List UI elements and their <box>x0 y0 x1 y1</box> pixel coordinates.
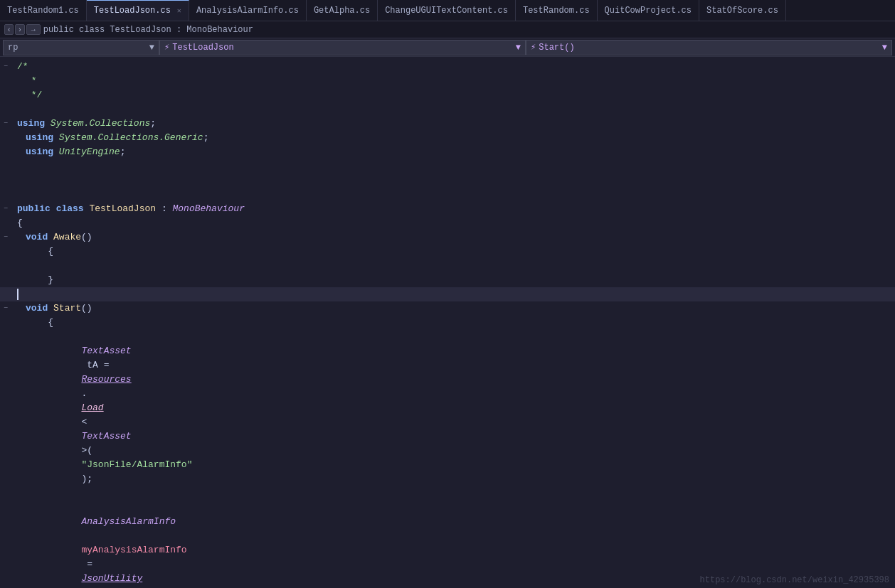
breadcrumb: public class TestLoadJson : MonoBehaviou… <box>43 25 253 35</box>
tab-testloadjson[interactable]: TestLoadJson.cs ✕ <box>87 0 189 21</box>
tab-statofscore[interactable]: StatOfScore.cs <box>699 0 786 21</box>
tab-label: QuitCowProject.cs <box>605 6 692 16</box>
collapse-icon-13[interactable]: − <box>0 230 11 245</box>
code-line-9 <box>0 173 895 188</box>
code-line-13: − void Awake() <box>0 230 895 245</box>
code-line-7: using UnityEngine; <box>0 145 895 159</box>
code-line-10 <box>0 188 895 202</box>
type-bar: rp ▼ ⚡ TestLoadJson ▼ ⚡ Start() ▼ <box>0 38 895 57</box>
type-selector-mid[interactable]: ⚡ TestLoadJson ▼ <box>159 40 526 55</box>
code-line-6: using System.Collections.Generic; <box>0 131 895 145</box>
tab-label: TestLoadJson.cs <box>94 6 171 16</box>
watermark: https://blog.csdn.net/weixin_42935398 <box>700 575 889 585</box>
tab-label: GetAlpha.cs <box>314 6 370 16</box>
code-content: − /* * */ − using System.Collections; <box>0 57 895 588</box>
collapse-icon-18[interactable]: − <box>0 301 11 316</box>
collapse-icon-11[interactable]: − <box>0 202 11 216</box>
tab-label: AnalysisAlarmInfo.cs <box>196 6 299 16</box>
tab-quitcow[interactable]: QuitCowProject.cs <box>598 0 699 21</box>
chevron-down-icon-mid: ▼ <box>516 43 521 53</box>
chevron-down-icon: ▼ <box>149 43 154 53</box>
code-line-8 <box>0 159 895 173</box>
code-line-11: − public class TestLoadJson : MonoBehavi… <box>0 202 895 216</box>
collapse-icon-5[interactable]: − <box>0 117 11 131</box>
code-line-15 <box>0 259 895 273</box>
code-line-5: − using System.Collections; <box>0 117 895 131</box>
type-label-mid: TestLoadJson <box>172 43 233 53</box>
code-line-3: */ <box>0 88 895 102</box>
code-line-20: TextAsset tA = Resources . Load < TextAs… <box>0 330 895 501</box>
collapse-icon-1[interactable]: − <box>0 60 11 74</box>
code-line-18: − void Start() <box>0 301 895 316</box>
tab-label: StatOfScore.cs <box>706 6 778 16</box>
type-label-right: Start() <box>539 43 574 53</box>
code-line-4 <box>0 102 895 117</box>
code-line-19: { <box>0 316 895 330</box>
tab-label: ChangeUGUITextContent.cs <box>385 6 508 16</box>
tab-label: TestRandom.cs <box>523 6 590 16</box>
tab-label: TestRandom1.cs <box>7 6 79 16</box>
tab-testrandom[interactable]: TestRandom.cs <box>516 0 598 21</box>
type-label-left: rp <box>8 43 18 53</box>
tab-analysisalarminfo[interactable]: AnalysisAlarmInfo.cs <box>189 0 307 21</box>
lightning-icon: ⚡ <box>164 42 169 53</box>
code-line-1: − /* <box>0 60 895 74</box>
code-line-16: } <box>0 273 895 287</box>
tab-getalpha[interactable]: GetAlpha.cs <box>307 0 378 21</box>
nav-prev-button[interactable]: ‹ <box>4 24 14 35</box>
code-line-2: * <box>0 74 895 88</box>
chevron-down-icon-right: ▼ <box>882 43 887 53</box>
code-line-14: { <box>0 245 895 259</box>
breadcrumb-bar: ‹ › → public class TestLoadJson : MonoBe… <box>0 21 895 38</box>
nav-next-button[interactable]: › <box>15 24 24 35</box>
type-selector-right[interactable]: ⚡ Start() ▼ <box>526 40 892 55</box>
tab-bar: TestRandom1.cs TestLoadJson.cs ✕ Analysi… <box>0 0 895 21</box>
code-line-17 <box>0 287 895 301</box>
lightning-icon-right: ⚡ <box>531 42 536 53</box>
tab-testrandom1[interactable]: TestRandom1.cs <box>0 0 87 21</box>
code-editor: − /* * */ − using System.Collections; <box>0 57 895 588</box>
tab-changeugui[interactable]: ChangeUGUITextContent.cs <box>378 0 516 21</box>
nav-home-button[interactable]: → <box>26 24 41 35</box>
nav-buttons: ‹ › → <box>4 24 41 35</box>
close-icon[interactable]: ✕ <box>177 6 181 15</box>
code-line-12: { <box>0 216 895 230</box>
type-selector-left[interactable]: rp ▼ <box>3 40 159 55</box>
